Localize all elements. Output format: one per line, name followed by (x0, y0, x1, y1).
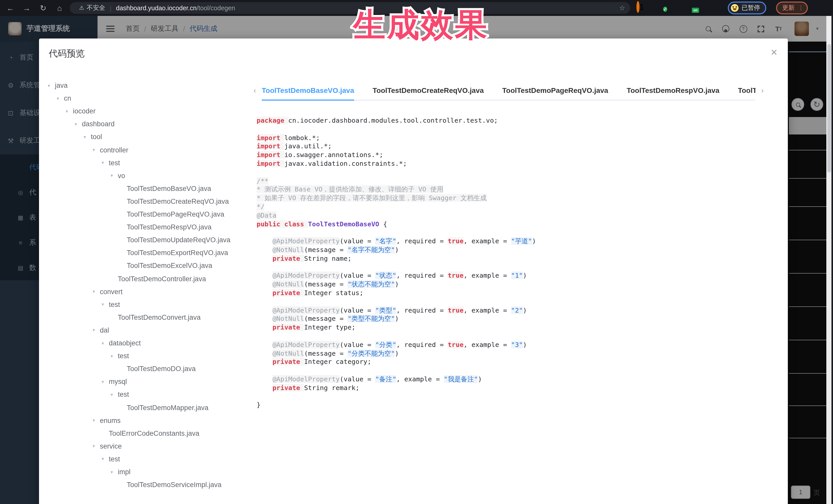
tree-file-ToolTestDemoPageReqVO.java[interactable]: ▾ToolTestDemoPageReqVO.java (120, 208, 224, 221)
tab-ToolTestDemoCreateReqVO.java[interactable]: ToolTestDemoCreateReqVO.java (373, 81, 484, 101)
scrollbar-thumb[interactable] (827, 44, 831, 172)
scrollbar[interactable] (826, 16, 831, 504)
caret-down-icon[interactable]: ▾ (84, 135, 91, 140)
tree-folder-enums[interactable]: ▾enums (93, 414, 121, 427)
caret-down-icon[interactable]: ▾ (93, 147, 100, 152)
tree-folder-controller[interactable]: ▾controller (93, 143, 128, 156)
tree-folder-dataobject[interactable]: ▾dataobject (102, 337, 141, 350)
caret-down-icon[interactable]: ▾ (111, 173, 118, 178)
tree-file-ToolTestDemoExcelVO.java[interactable]: ▾ToolTestDemoExcelVO.java (120, 260, 212, 272)
code-view: package cn.iocoder.dashboard.modules.too… (257, 117, 780, 410)
extension-orange-icon[interactable]: 1 (637, 3, 644, 12)
tree-folder-iocoder[interactable]: ▾iocoder (66, 105, 96, 118)
divider: | (110, 4, 111, 11)
tree-folder-vo[interactable]: ▾vo (111, 169, 125, 182)
caret-down-icon[interactable]: ▾ (93, 328, 100, 333)
tree-file-ToolTestDemoServiceImpl.java[interactable]: ▾ToolTestDemoServiceImpl.java (120, 478, 221, 491)
tree-file-ToolTestDemoBaseVO.java[interactable]: ▾ToolTestDemoBaseVO.java (120, 182, 211, 195)
caret-down-icon[interactable]: ▾ (93, 418, 100, 423)
caret-down-icon[interactable]: ▾ (75, 122, 82, 127)
url-host: dashboard.yudao.iocoder.cn (116, 4, 196, 11)
tab-ToolTestDemoRespVO.java[interactable]: ToolTestDemoRespVO.java (627, 81, 719, 101)
caret-down-icon[interactable]: ▾ (102, 340, 109, 346)
update-label: 更新 (782, 4, 794, 12)
tree-folder-convert[interactable]: ▾convert (93, 285, 123, 298)
paused-label: 已暂停 (742, 4, 760, 12)
close-icon[interactable]: ✕ (770, 47, 778, 58)
tree-folder-test[interactable]: ▾test (102, 156, 120, 169)
tabs-scroll-right-icon[interactable]: › (761, 81, 764, 101)
browser-menu-icon[interactable]: ⋮ (798, 5, 804, 11)
file-tabs: ‹ › ToolTestDemoBaseVO.javaToolTestDemoC… (255, 81, 763, 101)
caret-down-icon[interactable]: ▾ (111, 470, 118, 475)
tree-file-ToolTestDemoUpdateReqVO.java[interactable]: ▾ToolTestDemoUpdateReqVO.java (120, 234, 231, 246)
caret-down-icon[interactable]: ▾ (111, 353, 118, 359)
tree-folder-test[interactable]: ▾test (111, 388, 129, 401)
caret-down-icon[interactable]: ▾ (102, 379, 109, 384)
tree-file-ToolTestDemoConvert.java[interactable]: ▾ToolTestDemoConvert.java (111, 311, 201, 324)
caret-down-icon[interactable]: ▾ (66, 109, 73, 114)
tabs-scroll-left-icon[interactable]: ‹ (254, 81, 256, 101)
tree-folder-test[interactable]: ▾test (111, 350, 129, 362)
screenshot-stage: ← → ↻ ⌂ ⚠ 不安全 | dashboard.yudao.iocoder.… (0, 0, 833, 504)
tree-folder-dal[interactable]: ▾dal (93, 324, 109, 337)
caret-down-icon[interactable]: ▾ (102, 160, 109, 165)
browser-home-icon[interactable]: ⌂ (53, 0, 66, 16)
url-path: /tool/codegen (196, 4, 235, 11)
tab-ToolTe[interactable]: ToolTe (738, 81, 756, 101)
annotation-text: 生成效果生成效果 (353, 3, 489, 47)
tree-file-ToolTestDemoMapper.java[interactable]: ▾ToolTestDemoMapper.java (120, 401, 208, 414)
emoji-avatar-icon (731, 4, 739, 12)
bookmark-star-icon[interactable]: ☆ (619, 4, 625, 12)
tree-folder-mysql[interactable]: ▾mysql (102, 376, 127, 388)
caret-down-icon[interactable]: ▾ (93, 444, 100, 449)
caret-down-icon[interactable]: ▾ (93, 289, 100, 294)
browser-reload-icon[interactable]: ↻ (37, 0, 49, 16)
tree-file-ToolTestDemoCreateReqVO.java[interactable]: ▾ToolTestDemoCreateReqVO.java (120, 195, 229, 208)
tree-folder-impl[interactable]: ▾impl (111, 465, 130, 478)
tree-file-ToolTestDemoExportReqVO.java[interactable]: ▾ToolTestDemoExportReqVO.java (120, 247, 228, 260)
tree-folder-cn[interactable]: ▾cn (57, 92, 71, 105)
caret-down-icon[interactable]: ▾ (57, 96, 64, 101)
tree-file-ToolTestDemoRespVO.java[interactable]: ▾ToolTestDemoRespVO.java (120, 221, 211, 234)
address-bar[interactable]: ⚠ 不安全 | dashboard.yudao.iocoder.cn/tool/… (70, 2, 630, 14)
security-label[interactable]: 不安全 (87, 4, 105, 12)
window-edge (831, 16, 833, 504)
tree-folder-test[interactable]: ▾test (102, 453, 120, 465)
caret-down-icon[interactable]: ▾ (102, 457, 109, 462)
profile-paused-button[interactable]: 已暂停 (728, 2, 766, 15)
tree-folder-java[interactable]: ▾java (48, 79, 68, 92)
tree-folder-test[interactable]: ▾test (102, 298, 120, 311)
tree-file-ToolTestDemoController.java[interactable]: ▾ToolTestDemoController.java (111, 272, 206, 285)
caret-down-icon[interactable]: ▾ (48, 83, 55, 88)
tree-file-ToolTestDemoDO.java[interactable]: ▾ToolTestDemoDO.java (120, 362, 196, 375)
browser-back-icon[interactable]: ← (4, 0, 17, 16)
tab-ToolTestDemoBaseVO.java[interactable]: ToolTestDemoBaseVO.java (262, 81, 354, 101)
browser-update-button[interactable]: 更新 ⋮ (776, 2, 808, 15)
tree-file-ToolErrorCodeConstants.java[interactable]: ▾ToolErrorCodeConstants.java (102, 427, 199, 439)
tree-folder-service[interactable]: ▾service (93, 440, 122, 453)
warning-icon: ⚠ (79, 5, 84, 11)
browser-forward-icon[interactable]: → (21, 0, 33, 16)
tab-ToolTestDemoPageReqVO.java[interactable]: ToolTestDemoPageReqVO.java (502, 81, 608, 101)
dialog-title: 代码预览 (49, 47, 85, 59)
extension-green-check-icon[interactable]: ✓ (663, 4, 667, 13)
caret-down-icon[interactable]: ▾ (111, 392, 118, 397)
tree-folder-dashboard[interactable]: ▾dashboard (75, 118, 115, 130)
code-preview-dialog: 代码预览 ✕ ▾java▾cn▾iocoder▾dashboard▾tool▾c… (39, 39, 788, 504)
caret-down-icon[interactable]: ▾ (102, 302, 109, 307)
tree-folder-tool[interactable]: ▾tool (84, 130, 102, 143)
